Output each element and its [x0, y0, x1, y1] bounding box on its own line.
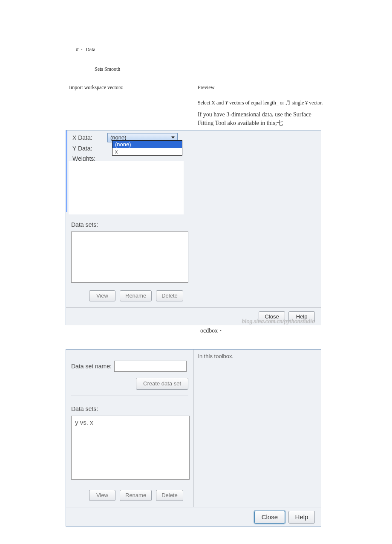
import-label: Import workspace vectors:	[69, 84, 188, 91]
divider	[71, 396, 188, 396]
data-set-name-input[interactable]	[114, 361, 187, 372]
data-dialog-2: Data set name: Create data set Data sets…	[66, 349, 321, 527]
chevron-down-icon	[171, 136, 175, 139]
view-button-1[interactable]: View	[89, 290, 115, 301]
page-title: #'・ Data	[76, 46, 324, 53]
y-data-label: Y Data:	[72, 144, 107, 153]
help-text-2: If you have 3-dimensional data, use the …	[198, 110, 324, 127]
x-data-label: X Data:	[72, 133, 107, 142]
data-sets-label-1: Data sets:	[71, 221, 316, 228]
close-button-1[interactable]: Close	[259, 311, 285, 322]
data-sets-listbox-2[interactable]: y vs. x	[71, 416, 190, 480]
data-sets-label-2: Data sets:	[71, 405, 188, 412]
preview-label: Preview	[198, 84, 324, 91]
page-subtitle: Sets Smooth	[95, 66, 324, 72]
help-button-2[interactable]: Help	[288, 511, 315, 524]
x-data-dropdown-list[interactable]: (none) x	[112, 140, 182, 156]
data-dialog-1: X Data: (none) Y Data: (none) x Weights:	[66, 130, 321, 325]
list-item[interactable]: y vs. x	[75, 419, 93, 426]
rename-button-1[interactable]: Rename	[120, 290, 152, 301]
delete-button-1[interactable]: Delete	[156, 290, 183, 301]
help-button-1[interactable]: Help	[288, 311, 315, 322]
close-button-2[interactable]: Close	[254, 511, 285, 524]
data-sets-listbox-1[interactable]	[71, 231, 188, 283]
rename-button-2[interactable]: Rename	[120, 490, 152, 501]
delete-button-2[interactable]: Delete	[156, 490, 183, 501]
dropdown-item-x[interactable]: x	[112, 148, 182, 155]
dropdown-item-none[interactable]: (none)	[112, 141, 182, 148]
below-note: ocdbox・	[200, 327, 324, 335]
data-set-name-label: Data set name:	[71, 363, 112, 370]
toolbox-text: in this toolbox.	[198, 353, 233, 359]
help-text-1: Select X and Y vectors of equal length_ …	[198, 98, 324, 107]
view-button-2[interactable]: View	[89, 490, 115, 501]
create-data-set-button[interactable]: Create data set	[136, 378, 188, 390]
